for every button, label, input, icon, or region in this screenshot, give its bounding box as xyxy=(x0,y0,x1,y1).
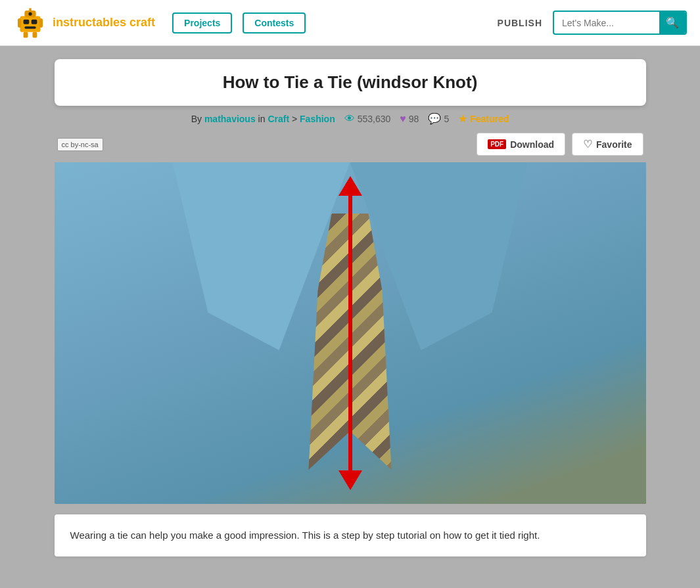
robot-icon xyxy=(13,6,47,40)
author-info: By mathavious in Craft > Fashion xyxy=(191,114,335,124)
site-header: instructables craft Projects Contests PU… xyxy=(0,0,700,46)
favorite-heart-icon: ♡ xyxy=(583,138,592,150)
description-card: Wearing a tie can help you make a good i… xyxy=(55,514,646,556)
comments-stat: 💬 5 xyxy=(428,112,449,125)
pdf-icon: PDF xyxy=(488,139,506,149)
meta-row: By mathavious in Craft > Fashion 👁 553,6… xyxy=(55,112,646,125)
search-button[interactable]: 🔍 xyxy=(659,12,686,34)
article-title: How to Tie a Tie (windsor Knot) xyxy=(74,72,626,93)
svg-point-8 xyxy=(28,12,32,15)
logo-text: instructables craft xyxy=(53,16,155,30)
subcategory-link[interactable]: Fashion xyxy=(300,114,335,124)
svg-rect-3 xyxy=(18,18,21,28)
projects-button[interactable]: Projects xyxy=(172,12,232,34)
comment-icon: 💬 xyxy=(428,112,441,125)
svg-rect-2 xyxy=(32,19,37,24)
favorite-button[interactable]: ♡ Favorite xyxy=(572,133,643,156)
cc-badge: cc by-nc-sa xyxy=(57,138,103,151)
main-image xyxy=(55,162,646,504)
views-stat: 👁 553,630 xyxy=(344,113,391,125)
category-link[interactable]: Craft xyxy=(268,114,289,124)
title-card: How to Tie a Tie (windsor Knot) xyxy=(55,59,646,106)
logo[interactable]: instructables craft xyxy=(13,6,155,40)
svg-rect-0 xyxy=(20,16,40,32)
image-container xyxy=(55,162,646,504)
eye-icon: 👁 xyxy=(344,113,355,125)
publish-link[interactable]: PUBLISH xyxy=(498,18,542,28)
svg-rect-10 xyxy=(24,26,35,28)
action-buttons: PDF Download ♡ Favorite xyxy=(477,133,643,156)
main-content: How to Tie a Tie (windsor Knot) By matha… xyxy=(55,46,646,576)
svg-rect-1 xyxy=(24,19,30,24)
svg-rect-4 xyxy=(39,18,43,28)
star-icon: ★ xyxy=(458,112,467,125)
search-bar: 🔍 xyxy=(553,11,687,35)
download-button[interactable]: PDF Download xyxy=(477,133,565,156)
search-input[interactable] xyxy=(554,14,659,32)
description-text: Wearing a tie can help you make a good i… xyxy=(70,528,630,543)
svg-rect-6 xyxy=(32,32,37,37)
favorites-stat: ♥ 98 xyxy=(400,113,419,125)
contests-button[interactable]: Contests xyxy=(243,12,306,34)
svg-rect-5 xyxy=(24,32,28,37)
heart-icon: ♥ xyxy=(400,113,406,125)
tie-visual xyxy=(304,214,396,470)
author-link[interactable]: mathavious xyxy=(204,114,256,124)
featured-badge: ★ Featured xyxy=(458,112,509,125)
svg-rect-9 xyxy=(29,8,31,11)
action-row: cc by-nc-sa PDF Download ♡ Favorite xyxy=(55,133,646,156)
